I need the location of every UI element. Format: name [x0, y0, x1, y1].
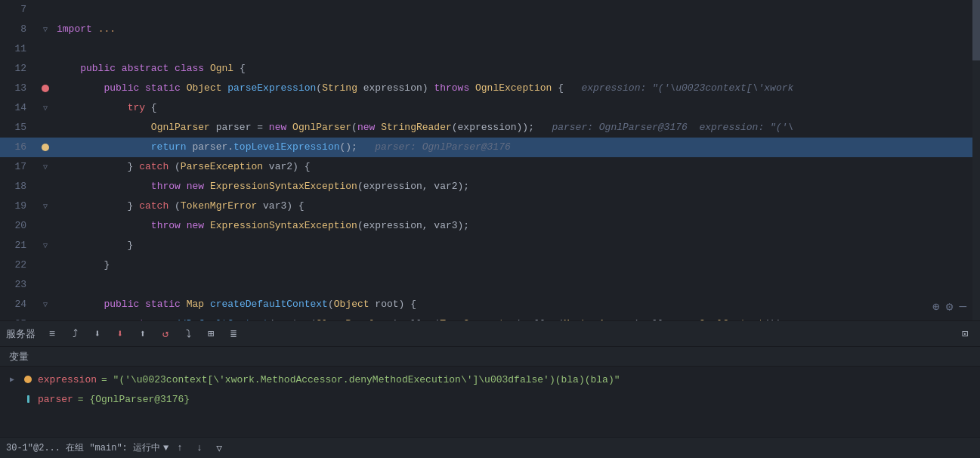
token-kw: new	[187, 181, 204, 192]
menu-button[interactable]: ≡	[43, 325, 61, 343]
line-content: import ...	[57, 20, 980, 39]
token-kw: throw	[151, 181, 181, 192]
scrollbar-track[interactable]	[972, 0, 980, 320]
token-type: ClassResolver	[316, 318, 392, 320]
token-kw: new	[675, 318, 693, 320]
var-item: parser = {OgnlParser@3176}	[0, 389, 980, 409]
line-number: 19	[0, 197, 34, 216]
token-plain: )null, (	[517, 318, 564, 320]
token-type: String	[322, 82, 357, 94]
line-content: }	[57, 236, 980, 255]
token-type: Map	[187, 299, 204, 310]
step-out-button[interactable]: ⬇	[111, 325, 129, 343]
grid-button[interactable]: ⊞	[202, 325, 220, 343]
token-plain	[204, 63, 210, 74]
code-line: 20 throw new ExpressionSyntaxException(e…	[0, 216, 980, 236]
token-type: ParseException	[181, 161, 263, 172]
variables-title: 变量	[9, 350, 29, 364]
token-type: OgnlParser	[151, 122, 210, 133]
token-type: OgnlException	[475, 82, 552, 94]
token-type: StringReader	[381, 122, 452, 133]
settings-icon[interactable]: ⚙	[946, 299, 954, 314]
line-content: } catch (TokenMgrError var3) {	[57, 197, 980, 216]
token-plain: var2) {	[263, 161, 310, 172]
token-plain: (	[328, 299, 334, 310]
line-number: 7	[0, 0, 34, 20]
line-content: public abstract class Ognl {	[57, 59, 980, 79]
fold-arrow-icon[interactable]: ▽	[43, 162, 48, 172]
scrollbar-thumb[interactable]	[972, 0, 980, 60]
var-name: parser	[38, 394, 73, 405]
nav-up-button[interactable]: ↑	[172, 440, 188, 456]
code-line: 14▽ try {	[0, 98, 980, 118]
token-plain: {	[552, 82, 581, 94]
line-number: 12	[0, 59, 34, 79]
step-over-button[interactable]: ⤴	[66, 325, 84, 343]
code-line: 24▽ public static Map createDefaultConte…	[0, 295, 980, 314]
fold-arrow-icon[interactable]: ▽	[43, 300, 48, 309]
line-content: return parser.topLevelExpression(); pars…	[57, 138, 980, 157]
thread-label: 30-1"@2... 在组 "main": 运行中	[6, 441, 160, 454]
token-hint: parser: OgnlParser@3176 expression: "('\	[552, 122, 793, 133]
debug-toolbar: 服务器 ≡ ⤴ ⬇ ⬇ ⬆ ↺ ⤵ ⊞ ≣ ⊡	[0, 320, 980, 346]
token-plain: }	[57, 161, 139, 172]
line-number: 17	[0, 157, 34, 177]
fold-arrow-icon[interactable]: ▽	[43, 202, 48, 211]
nav-down-button[interactable]: ↓	[191, 440, 208, 456]
token-kw: new	[357, 122, 375, 133]
variables-content: ▶expression = "('\u0023context[\'xwork.M…	[0, 367, 980, 437]
fold-arrow-icon[interactable]: ▽	[43, 241, 48, 250]
fold-arrow-icon[interactable]: ▽	[43, 104, 48, 113]
token-plain: (expression));	[452, 122, 552, 133]
token-fn: createDefaultContext	[210, 299, 328, 310]
minimize-icon[interactable]: —	[959, 300, 966, 314]
line-number: 21	[0, 236, 34, 255]
line-gutter: ▽	[34, 241, 57, 250]
settings-button[interactable]: ⊡	[956, 325, 974, 343]
filter-button[interactable]: ▽	[211, 440, 227, 456]
thread-selector[interactable]: 30-1"@2... 在组 "main": 运行中 ▼	[6, 441, 168, 454]
token-import-dots: ...	[98, 23, 116, 35]
warning-icon	[42, 144, 49, 151]
var-expand-icon[interactable]	[6, 393, 18, 405]
line-number: 22	[0, 255, 34, 275]
token-type: ExpressionSyntaxException	[210, 220, 357, 231]
add-watch-icon[interactable]: ⊕	[932, 299, 940, 314]
code-line: 17▽ } catch (ParseException var2) {	[0, 157, 980, 177]
variables-panel: 变量 ▶expression = "('\u0023context[\'xwor…	[0, 346, 980, 437]
token-plain	[181, 181, 187, 192]
evaluate-button[interactable]: ↺	[156, 325, 175, 343]
token-plain	[204, 220, 210, 231]
token-type: TokenMgrError	[181, 200, 257, 212]
var-expand-icon[interactable]: ▶	[6, 373, 18, 385]
breakpoint-icon[interactable]	[42, 85, 49, 92]
token-kw: import	[57, 23, 92, 35]
token-plain	[181, 82, 187, 94]
var-name: expression	[38, 374, 97, 385]
fold-arrow-icon[interactable]: ▽	[43, 25, 48, 34]
line-number: 11	[0, 39, 34, 59]
thread-dropdown-icon[interactable]: ▼	[163, 443, 168, 453]
line-gutter: ▽	[34, 104, 57, 113]
token-plain: {	[145, 102, 157, 113]
token-plain	[57, 181, 151, 192]
status-bar: 30-1"@2... 在组 "main": 运行中 ▼ ↑ ↓ ▽	[0, 437, 980, 458]
token-plain: }	[57, 200, 139, 212]
step-into-button[interactable]: ⬇	[88, 325, 107, 343]
token-kw: public	[104, 82, 139, 94]
token-plain: (	[168, 200, 181, 212]
code-line: 15 OgnlParser parser = new OgnlParser(ne…	[0, 118, 980, 138]
frames-button[interactable]: ⤵	[179, 325, 197, 343]
var-value: = {OgnlParser@3176}	[78, 394, 190, 405]
token-kw: static	[145, 82, 181, 94]
token-plain	[204, 299, 210, 310]
token-type: TypeConverter	[440, 318, 516, 320]
token-plain	[375, 122, 381, 133]
run-to-cursor-button[interactable]: ⬆	[134, 325, 152, 343]
token-blue-kw: return	[57, 141, 187, 153]
line-gutter: ▽	[34, 25, 57, 34]
list-button[interactable]: ≣	[224, 325, 243, 343]
token-plain	[57, 220, 151, 231]
token-plain	[168, 63, 175, 74]
var-type-icon	[23, 374, 33, 385]
